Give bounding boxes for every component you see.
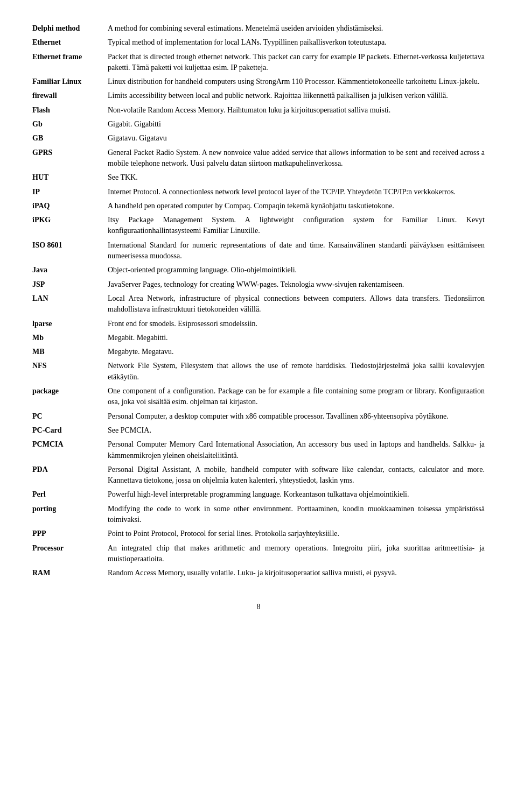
glossary-row: PCMCIAPersonal Computer Memory Card Inte… [32,437,485,463]
glossary-definition: One component of a configuration. Packag… [108,384,485,409]
glossary-term: Gb [32,117,108,131]
glossary-definition: Gigatavu. Gigatavu [108,131,485,145]
glossary-definition: Local Area Network, infrastructure of ph… [108,292,485,317]
glossary-term: Familiar Linux [32,75,108,89]
glossary-row: iPKGItsy Package Management System. A li… [32,213,485,238]
glossary-term: Processor [32,541,108,567]
glossary-term: Java [32,263,108,277]
glossary-term: NFS [32,359,108,384]
glossary-definition: Powerful high-level interpretable progra… [108,488,485,502]
glossary-row: GPRSGeneral Packet Radio System. A new n… [32,146,485,171]
glossary-row: RAMRandom Access Memory, usually volatil… [32,566,485,580]
glossary-term: RAM [32,566,108,580]
glossary-row: PDAPersonal Digital Assistant, A mobile,… [32,463,485,488]
glossary-definition: International Standard for numeric repre… [108,238,485,264]
glossary-row: firewallLimits accessibility between loc… [32,89,485,103]
glossary-term: Delphi method [32,22,108,36]
glossary-term: PCMCIA [32,437,108,463]
glossary-definition: Limits accessibility between local and p… [108,89,485,103]
glossary-term: package [32,384,108,409]
glossary-definition: Typical method of implementation for loc… [108,36,485,50]
glossary-term: PC [32,409,108,423]
glossary-row: HUTSee TKK. [32,171,485,185]
glossary-definition: Itsy Package Management System. A lightw… [108,213,485,238]
glossary-row: MbMegabit. Megabitti. [32,331,485,345]
glossary-row: PerlPowerful high-level interpretable pr… [32,488,485,502]
glossary-definition: Personal Computer, a desktop computer wi… [108,409,485,423]
glossary-row: NFSNetwork File System, Filesystem that … [32,359,485,384]
glossary-term: HUT [32,171,108,185]
glossary-definition: Megabit. Megabitti. [108,331,485,345]
glossary-definition: General Packet Radio System. A new nonvo… [108,146,485,171]
glossary-definition: See PCMCIA. [108,423,485,437]
page-number: 8 [32,602,485,612]
glossary-term: Flash [32,103,108,117]
glossary-row: FlashNon-volatile Random Access Memory. … [32,103,485,117]
glossary-term: PDA [32,463,108,488]
glossary-term: lparse [32,317,108,331]
glossary-row: ProcessorAn integrated chip that makes a… [32,541,485,567]
glossary-definition: Megabyte. Megatavu. [108,345,485,359]
glossary-definition: Personal Computer Memory Card Internatio… [108,437,485,463]
glossary-term: iPAQ [32,199,108,213]
glossary-term: GPRS [32,146,108,171]
glossary-definition: An integrated chip that makes arithmetic… [108,541,485,567]
glossary-row: LANLocal Area Network, infrastructure of… [32,292,485,317]
glossary-definition: Non-volatile Random Access Memory. Haiht… [108,103,485,117]
glossary-term: GB [32,131,108,145]
glossary-row: lparseFront end for smodels. Esiprosesso… [32,317,485,331]
glossary-definition: Gigabit. Gigabitti [108,117,485,131]
glossary-definition: Packet that is directed trough ethernet … [108,50,485,75]
glossary-row: packageOne component of a configuration.… [32,384,485,409]
glossary-term: iPKG [32,213,108,238]
glossary-definition: Point to Point Protocol, Protocol for se… [108,527,485,541]
glossary-row: GBGigatavu. Gigatavu [32,131,485,145]
glossary-definition: Personal Digital Assistant, A mobile, ha… [108,463,485,488]
glossary-row: PPPPoint to Point Protocol, Protocol for… [32,527,485,541]
glossary-row: IPInternet Protocol. A connectionless ne… [32,185,485,199]
glossary-row: JavaObject-oriented programming language… [32,263,485,277]
glossary-term: IP [32,185,108,199]
glossary-definition: JavaServer Pages, technology for creatin… [108,278,485,292]
glossary-definition: A method for combining several estimatio… [108,22,485,36]
glossary-row: Familiar LinuxLinux distribution for han… [32,75,485,89]
glossary-term: firewall [32,89,108,103]
glossary-definition: Linux distribution for handheld computer… [108,75,485,89]
glossary-term: Ethernet [32,36,108,50]
glossary-row: JSPJavaServer Pages, technology for crea… [32,278,485,292]
glossary-row: MBMegabyte. Megatavu. [32,345,485,359]
glossary-row: PCPersonal Computer, a desktop computer … [32,409,485,423]
glossary-term: ISO 8601 [32,238,108,264]
glossary-definition: Internet Protocol. A connectionless netw… [108,185,485,199]
glossary-definition: Network File System, Filesystem that all… [108,359,485,384]
glossary-term: Perl [32,488,108,502]
glossary-term: MB [32,345,108,359]
glossary-term: PC-Card [32,423,108,437]
glossary-row: iPAQA handheld pen operated computer by … [32,199,485,213]
glossary-definition: Object-oriented programming language. Ol… [108,263,485,277]
glossary-row: EthernetTypical method of implementation… [32,36,485,50]
glossary-row: Delphi methodA method for combining seve… [32,22,485,36]
glossary-term: PPP [32,527,108,541]
glossary-table: Delphi methodA method for combining seve… [32,22,485,580]
glossary-row: Ethernet framePacket that is directed tr… [32,50,485,75]
glossary-row: portingModifying the code to work in som… [32,502,485,527]
glossary-term: Ethernet frame [32,50,108,75]
glossary-term: JSP [32,278,108,292]
glossary-definition: Random Access Memory, usually volatile. … [108,566,485,580]
glossary-term: Mb [32,331,108,345]
glossary-definition: Front end for smodels. Esiprosessori smo… [108,317,485,331]
glossary-definition: Modifying the code to work in some other… [108,502,485,527]
glossary-term: LAN [32,292,108,317]
glossary-row: PC-CardSee PCMCIA. [32,423,485,437]
glossary-row: ISO 8601International Standard for numer… [32,238,485,264]
glossary-row: GbGigabit. Gigabitti [32,117,485,131]
glossary-term: porting [32,502,108,527]
glossary-definition: See TKK. [108,171,485,185]
glossary-definition: A handheld pen operated computer by Comp… [108,199,485,213]
